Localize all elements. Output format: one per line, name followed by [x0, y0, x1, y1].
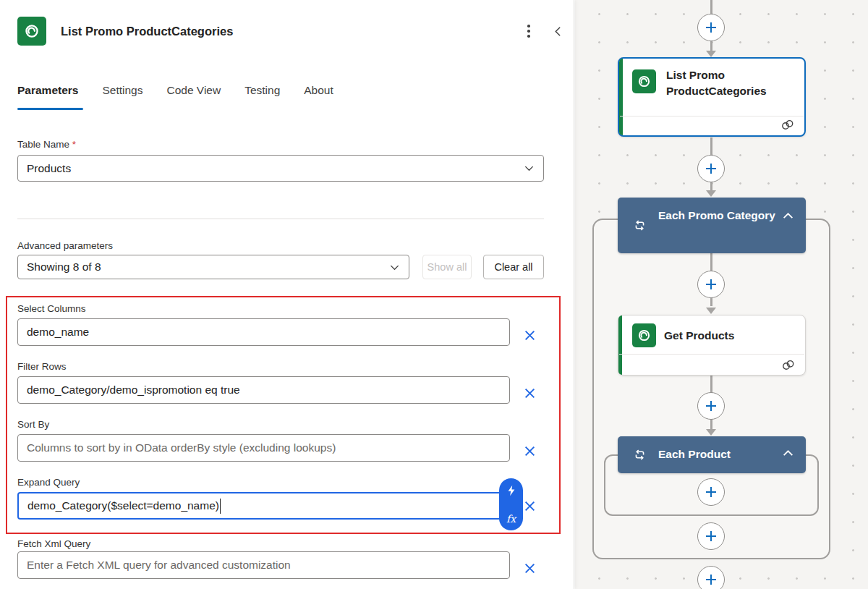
node-title: Each Promo Category: [658, 207, 781, 224]
table-name-dropdown[interactable]: Products: [17, 155, 544, 182]
advanced-parameters-value: Showing 8 of 8: [27, 260, 389, 274]
tab-about[interactable]: About: [304, 84, 333, 104]
collapse-panel-icon[interactable]: [547, 20, 569, 42]
tab-code-view[interactable]: Code View: [166, 84, 221, 104]
connector-arrow: [706, 190, 716, 197]
more-options-icon[interactable]: [518, 20, 540, 42]
text-cursor: [220, 499, 221, 514]
loop-node-each-product[interactable]: Each Product: [618, 436, 806, 473]
action-node-get-products[interactable]: Get Products: [618, 315, 806, 376]
expand-query-input[interactable]: demo_Category($select=demo_name): [17, 492, 510, 520]
show-all-button[interactable]: Show all: [422, 255, 472, 279]
clear-field-icon[interactable]: [519, 441, 540, 461]
plus-icon: [704, 529, 718, 543]
repeat-icon: [633, 448, 647, 462]
expand-query-value: demo_Category($select=demo_name): [27, 499, 219, 512]
insert-step-button[interactable]: [697, 271, 725, 298]
active-tab-indicator: [17, 108, 83, 110]
table-name-label: Table Name *: [17, 139, 76, 150]
required-asterisk: *: [72, 139, 76, 150]
tab-bar: Parameters Settings Code View Testing Ab…: [17, 84, 333, 104]
connector-arrow: [706, 51, 716, 57]
connector-line: [710, 0, 712, 14]
clear-field-icon[interactable]: [519, 325, 540, 345]
connector-arrow: [706, 308, 716, 314]
fetch-xml-query-label: Fetch Xml Query: [17, 538, 90, 549]
expression-editor-button[interactable]: fx: [499, 478, 523, 530]
fetch-xml-query-input[interactable]: [17, 551, 510, 579]
section-divider: [17, 219, 544, 219]
insert-step-button[interactable]: [697, 478, 725, 506]
node-title: Get Products: [664, 328, 734, 344]
insert-step-button[interactable]: [697, 566, 725, 589]
insert-step-button[interactable]: [697, 522, 725, 550]
action-details-panel: List Promo ProductCategories Parameters …: [0, 0, 574, 589]
chevron-down-icon: [389, 262, 400, 273]
node-title: List Promo ProductCategories: [666, 67, 796, 100]
plus-icon: [704, 572, 718, 587]
lightning-icon: [506, 485, 516, 496]
tab-testing[interactable]: Testing: [244, 84, 280, 104]
expand-query-label: Expand Query: [17, 477, 80, 488]
advanced-parameters-label: Advanced parameters: [17, 240, 113, 251]
table-name-value: Products: [27, 162, 524, 175]
filter-rows-label: Filter Rows: [17, 361, 67, 372]
dataverse-icon: [17, 17, 46, 46]
connection-link-icon: [781, 360, 796, 370]
insert-step-button[interactable]: [697, 155, 725, 182]
dataverse-icon: [632, 69, 656, 93]
tab-settings[interactable]: Settings: [102, 84, 142, 104]
connector-color-stripe: [618, 315, 622, 375]
filter-rows-input[interactable]: [17, 376, 510, 404]
connector-arrow: [706, 429, 716, 436]
fx-icon: fx: [506, 514, 516, 524]
loop-node-each-promo-category[interactable]: Each Promo Category: [618, 198, 806, 253]
panel-title: List Promo ProductCategories: [61, 17, 233, 46]
action-node-list-promo-productcategories[interactable]: List Promo ProductCategories: [618, 57, 806, 137]
plus-icon: [704, 485, 718, 499]
chevron-up-icon[interactable]: [782, 447, 794, 459]
select-columns-label: Select Columns: [17, 303, 86, 314]
plus-icon: [704, 161, 718, 176]
sort-by-label: Sort By: [17, 419, 49, 430]
repeat-icon: [633, 219, 647, 232]
connection-link-icon: [780, 119, 795, 130]
plus-icon: [704, 399, 718, 413]
plus-icon: [704, 20, 718, 35]
sort-by-input[interactable]: [17, 434, 510, 462]
select-columns-input[interactable]: [17, 318, 510, 346]
node-title: Each Product: [658, 446, 731, 462]
connector-color-stripe: [619, 59, 623, 135]
tab-parameters[interactable]: Parameters: [17, 84, 78, 104]
plus-icon: [704, 277, 718, 292]
chevron-up-icon[interactable]: [782, 210, 794, 222]
node-divider: [620, 116, 804, 116]
node-divider: [619, 354, 804, 355]
dataverse-icon: [632, 323, 656, 347]
advanced-parameters-dropdown[interactable]: Showing 8 of 8: [17, 255, 409, 279]
insert-step-button[interactable]: [697, 14, 725, 41]
clear-all-button[interactable]: Clear all: [483, 255, 544, 279]
clear-field-icon[interactable]: [519, 383, 540, 403]
insert-step-button[interactable]: [697, 392, 725, 420]
flow-designer-canvas: List Promo ProductCategories Each Promo …: [575, 0, 868, 589]
chevron-down-icon: [524, 163, 535, 174]
clear-field-icon[interactable]: [519, 558, 540, 578]
